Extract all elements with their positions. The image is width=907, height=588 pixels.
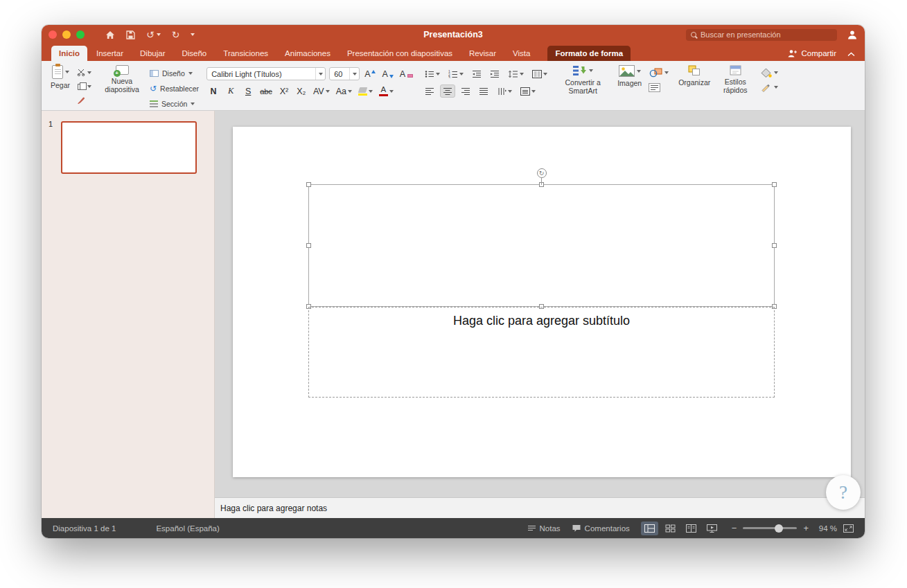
slide-layout-button[interactable]: Diseño	[150, 68, 199, 78]
notes-pane[interactable]: Haga clic para agregar notas	[215, 497, 865, 518]
share-button[interactable]: Compartir	[787, 49, 842, 61]
highlight-color-button[interactable]	[357, 84, 374, 98]
minimize-window-button[interactable]	[62, 30, 71, 39]
tab-formato-de-forma[interactable]: Formato de forma	[547, 46, 631, 61]
columns-button[interactable]	[529, 67, 550, 80]
italic-button[interactable]: K	[224, 84, 238, 98]
columns-icon	[532, 70, 542, 78]
tab-revisar[interactable]: Revisar	[461, 46, 504, 61]
zoom-out-button[interactable]: −	[732, 524, 737, 533]
collapse-ribbon-button[interactable]	[842, 52, 865, 61]
insert-image-button[interactable]: Imagen	[615, 64, 644, 92]
change-case-icon: Aa	[336, 87, 346, 96]
search-input[interactable]	[701, 30, 832, 39]
shape-fill-button[interactable]	[761, 68, 778, 77]
arrange-button[interactable]: Organizar	[676, 64, 712, 96]
redo-button[interactable]: ↻	[172, 30, 180, 39]
account-icon[interactable]	[847, 30, 858, 39]
home-button[interactable]	[105, 30, 115, 39]
zoom-slider[interactable]	[743, 527, 797, 529]
resize-handle-ne[interactable]	[772, 182, 777, 187]
strikethrough-button[interactable]: abc	[258, 84, 274, 98]
font-size-select[interactable]: 60	[329, 67, 360, 80]
subtitle-placeholder[interactable]: Haga clic para agregar subtítulo	[308, 307, 775, 398]
numbering-button[interactable]: 123	[446, 67, 466, 80]
grow-font-button[interactable]: A	[363, 67, 377, 80]
tab-diseno[interactable]: Diseño	[174, 46, 214, 61]
tab-animaciones[interactable]: Animaciones	[277, 46, 338, 61]
insert-image-label: Imagen	[617, 79, 642, 87]
text-box-button[interactable]	[649, 83, 669, 92]
zoom-slider-knob[interactable]	[775, 524, 783, 533]
subscript-button[interactable]: X₂	[294, 84, 308, 98]
font-name-value: Calibri Light (Títulos)	[207, 70, 315, 78]
close-window-button[interactable]	[49, 30, 57, 39]
title-placeholder[interactable]: ↻	[308, 184, 775, 307]
line-spacing-button[interactable]	[505, 67, 527, 80]
undo-button[interactable]: ↺	[146, 30, 161, 39]
paste-button[interactable]: Pegar	[49, 64, 72, 105]
zoom-level-label[interactable]: 94 %	[815, 524, 837, 533]
quick-styles-button[interactable]: Estilos rápidos	[717, 64, 753, 96]
resize-handle-w[interactable]	[306, 243, 311, 248]
redo-icon: ↻	[172, 30, 180, 39]
font-color-button[interactable]: A	[378, 84, 395, 98]
tab-inicio[interactable]: Inicio	[51, 46, 87, 61]
convert-smartart-button[interactable]: Convertir a SmartArt	[558, 64, 608, 96]
tab-transiciones[interactable]: Transiciones	[215, 46, 276, 61]
comments-toggle-button[interactable]: Comentarios	[572, 524, 630, 533]
change-case-button[interactable]: Aa	[335, 84, 353, 98]
slide-canvas[interactable]: ↻ Haga clic para agregar subtítulo	[233, 127, 851, 477]
justify-button[interactable]	[476, 84, 491, 98]
align-right-button[interactable]	[458, 84, 473, 98]
slide-thumbnail[interactable]	[61, 121, 197, 174]
reading-view-button[interactable]	[683, 522, 700, 535]
bold-button[interactable]: N	[206, 84, 220, 98]
increase-indent-button[interactable]	[487, 67, 502, 80]
font-size-value: 60	[330, 70, 349, 78]
language-button[interactable]: Español (España)	[156, 524, 219, 533]
copy-button[interactable]	[77, 82, 91, 91]
help-button[interactable]: ?	[826, 475, 861, 510]
cut-button[interactable]	[77, 68, 91, 77]
tab-insertar[interactable]: Insertar	[89, 46, 131, 61]
save-button[interactable]	[126, 30, 135, 39]
new-slide-button[interactable]: Nueva diapositiva	[99, 64, 145, 109]
search-box[interactable]	[686, 29, 837, 41]
text-direction-button[interactable]	[494, 84, 515, 98]
chevron-down-icon	[774, 86, 778, 89]
section-button[interactable]: Sección	[150, 98, 199, 109]
shrink-font-button[interactable]: A	[380, 67, 394, 80]
tab-vista[interactable]: Vista	[505, 46, 538, 61]
zoom-in-button[interactable]: +	[803, 524, 809, 533]
tab-dibujar[interactable]: Dibujar	[132, 46, 173, 61]
zoom-window-button[interactable]	[76, 30, 85, 39]
notes-toggle-button[interactable]: Notas	[527, 524, 561, 533]
resize-handle-e[interactable]	[772, 243, 777, 248]
smartart-group: Convertir a SmartArt	[558, 64, 608, 96]
character-spacing-button[interactable]: AV	[312, 84, 331, 98]
superscript-button[interactable]: X²	[277, 84, 291, 98]
fit-slide-to-window-icon[interactable]	[843, 524, 854, 533]
slide-sorter-view-button[interactable]	[662, 522, 679, 535]
shapes-button[interactable]	[649, 68, 669, 77]
slideshow-view-button[interactable]	[703, 522, 721, 535]
reset-slide-button[interactable]: ↺ Restablecer	[150, 83, 199, 93]
powerpoint-window: ↺ ↻ Presentación3 Inicio Insertar Dibuja…	[42, 25, 865, 538]
decrease-indent-button[interactable]	[469, 67, 484, 80]
resize-handle-nw[interactable]	[306, 182, 311, 187]
align-center-button[interactable]	[440, 84, 455, 98]
normal-view-button[interactable]	[641, 522, 658, 535]
clear-formatting-button[interactable]: A	[398, 67, 414, 80]
shape-outline-button[interactable]	[761, 82, 778, 91]
font-name-select[interactable]: Calibri Light (Títulos)	[206, 67, 326, 80]
format-painter-button[interactable]	[77, 96, 91, 105]
underline-button[interactable]: S	[241, 84, 255, 98]
customize-toolbar-button[interactable]	[191, 33, 195, 36]
bullets-button[interactable]	[422, 67, 443, 80]
chevron-down-icon	[188, 72, 193, 75]
align-text-button[interactable]	[518, 84, 538, 98]
rotate-handle[interactable]: ↻	[537, 168, 547, 178]
tab-presentacion-con-diapositivas[interactable]: Presentación con diapositivas	[340, 46, 460, 61]
align-left-button[interactable]	[422, 84, 437, 98]
